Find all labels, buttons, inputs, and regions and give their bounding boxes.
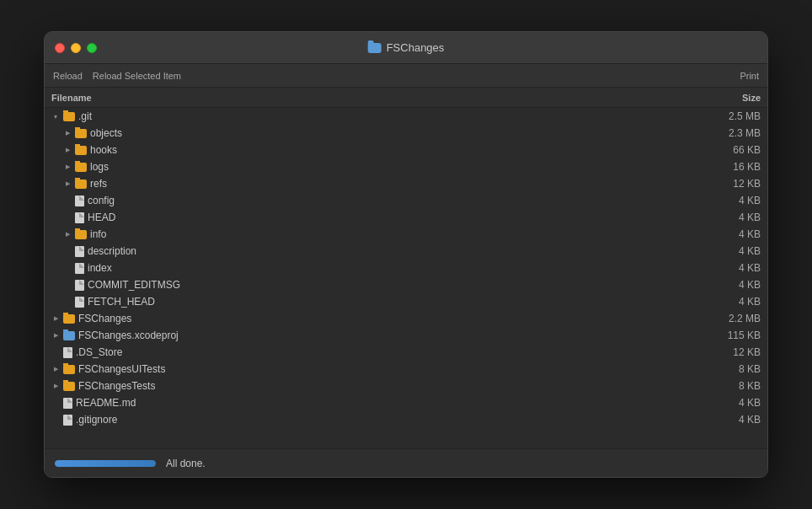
folder-icon — [75, 129, 87, 138]
reload-selected-button[interactable]: Reload Selected Item — [93, 71, 181, 81]
row-name: HEAD — [63, 212, 693, 223]
table-row[interactable]: FSChanges.xcodeproj 115 KB — [45, 327, 767, 344]
chevron-spacer — [63, 247, 72, 255]
row-name: FSChangesUITests — [51, 363, 693, 375]
chevron-right-icon — [63, 230, 72, 238]
row-name: config — [63, 195, 693, 206]
chevron-spacer — [63, 196, 72, 205]
toolbar-left: Reload Reload Selected Item — [53, 71, 181, 81]
folder-icon — [75, 179, 87, 189]
file-icon — [75, 246, 84, 257]
row-name: .gitignore — [51, 414, 693, 426]
chevron-right-icon — [63, 129, 72, 137]
titlebar: FSChanges — [45, 32, 767, 64]
table-row[interactable]: logs 16 KB — [45, 158, 767, 175]
table-row[interactable]: COMMIT_EDITMSG 4 KB — [45, 276, 767, 293]
folder-icon — [63, 365, 75, 374]
readme-file-icon — [63, 398, 72, 409]
file-icon — [75, 196, 84, 206]
file-icon — [63, 415, 72, 426]
row-name: FSChanges.xcodeproj — [51, 330, 693, 341]
col-filename-header: Filename — [51, 93, 693, 103]
table-row[interactable]: info 4 KB — [45, 226, 767, 243]
row-name: info — [63, 228, 693, 240]
reload-button[interactable]: Reload — [53, 71, 83, 81]
traffic-lights — [55, 43, 97, 53]
table-header: Filename Size — [45, 88, 767, 108]
folder-icon — [63, 382, 75, 391]
chevron-spacer — [63, 281, 72, 289]
progress-bar-fill — [55, 460, 156, 467]
table-row[interactable]: index 4 KB — [45, 260, 767, 276]
chevron-spacer — [63, 264, 72, 272]
chevron-spacer — [51, 348, 60, 356]
table-row[interactable]: objects 2.3 MB — [45, 125, 767, 142]
chevron-right-icon — [63, 179, 72, 188]
minimize-button[interactable] — [71, 43, 81, 53]
chevron-right-icon — [51, 331, 60, 340]
table-row[interactable]: FSChanges 2.2 MB — [45, 310, 767, 327]
folder-icon — [75, 146, 87, 155]
table-row[interactable]: .git 2.5 MB — [45, 108, 767, 125]
file-icon — [75, 297, 84, 308]
maximize-button[interactable] — [87, 43, 97, 53]
chevron-spacer — [51, 399, 60, 407]
row-name: FSChangesTests — [51, 380, 693, 392]
title-folder-icon — [368, 43, 382, 53]
chevron-right-icon — [63, 146, 72, 154]
row-name: FETCH_HEAD — [63, 296, 693, 308]
row-name: README.md — [51, 397, 693, 409]
close-button[interactable] — [55, 43, 65, 53]
chevron-down-icon — [51, 112, 60, 121]
chevron-spacer — [63, 297, 72, 306]
file-icon — [75, 212, 84, 223]
chevron-right-icon — [51, 365, 60, 373]
row-name: refs — [63, 178, 693, 190]
chevron-spacer — [51, 415, 60, 424]
table-row[interactable]: FSChangesTests 8 KB — [45, 378, 767, 394]
toolbar: Reload Reload Selected Item Print — [45, 64, 767, 88]
table-row[interactable]: FSChangesUITests 8 KB — [45, 361, 767, 378]
file-icon — [75, 280, 84, 291]
main-window: FSChanges Reload Reload Selected Item Pr… — [44, 31, 768, 478]
row-name: FSChanges — [51, 313, 693, 324]
folder-icon — [63, 112, 75, 121]
print-button[interactable]: Print — [740, 71, 759, 81]
table-row[interactable]: .DS_Store 12 KB — [45, 344, 767, 361]
table-row[interactable]: config 4 KB — [45, 192, 767, 209]
chevron-right-icon — [51, 382, 60, 390]
folder-xcode-icon — [63, 331, 75, 340]
row-name: index — [63, 262, 693, 274]
chevron-right-icon — [51, 314, 60, 323]
folder-icon — [75, 230, 87, 239]
chevron-right-icon — [63, 163, 72, 171]
table-row[interactable]: hooks 66 KB — [45, 142, 767, 158]
row-name: COMMIT_EDITMSG — [63, 279, 693, 291]
window-title: FSChanges — [368, 41, 445, 54]
chevron-spacer — [63, 213, 72, 222]
table-row[interactable]: FETCH_HEAD 4 KB — [45, 293, 767, 310]
table-row[interactable]: description 4 KB — [45, 243, 767, 260]
file-icon — [63, 347, 72, 358]
row-name: hooks — [63, 144, 693, 156]
table-row[interactable]: refs 12 KB — [45, 175, 767, 192]
table-row[interactable]: README.md 4 KB — [45, 394, 767, 411]
folder-icon — [63, 314, 75, 324]
row-name: logs — [63, 161, 693, 173]
row-name: .git — [51, 110, 693, 122]
folder-icon — [75, 163, 87, 172]
col-size-header: Size — [693, 93, 761, 103]
row-name: .DS_Store — [51, 346, 693, 358]
status-bar: All done. — [45, 448, 767, 477]
status-text: All done. — [166, 458, 206, 469]
table-row[interactable]: .gitignore 4 KB — [45, 411, 767, 428]
progress-bar-container — [55, 460, 156, 467]
table-row[interactable]: HEAD 4 KB — [45, 209, 767, 226]
file-list[interactable]: .git 2.5 MB objects 2.3 MB hooks 66 KB — [45, 108, 767, 448]
row-name: objects — [63, 127, 693, 139]
file-icon — [75, 263, 84, 274]
row-name: description — [63, 245, 693, 257]
